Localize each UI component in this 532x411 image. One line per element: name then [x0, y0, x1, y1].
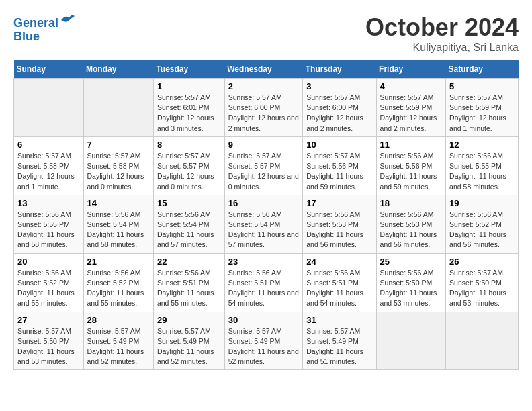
day-info: Sunrise: 5:56 AMSunset: 5:51 PMDaylight:…: [157, 268, 221, 309]
day-info: Sunrise: 5:56 AMSunset: 5:55 PMDaylight:…: [17, 210, 80, 250]
calendar-cell: 10Sunrise: 5:57 AMSunset: 5:56 PMDayligh…: [303, 136, 376, 195]
day-info: Sunrise: 5:57 AMSunset: 5:49 PMDaylight:…: [157, 326, 221, 367]
day-info: Sunrise: 5:56 AMSunset: 5:51 PMDaylight:…: [228, 268, 300, 309]
day-number: 8: [157, 140, 221, 150]
calendar-cell: 29Sunrise: 5:57 AMSunset: 5:49 PMDayligh…: [153, 312, 224, 370]
calendar-body: 1Sunrise: 5:57 AMSunset: 6:01 PMDaylight…: [14, 79, 519, 370]
day-info: Sunrise: 5:57 AMSunset: 5:56 PMDaylight:…: [306, 151, 372, 192]
logo-text: General Blue: [13, 13, 76, 44]
logo: General Blue: [13, 13, 76, 44]
calendar-cell: 20Sunrise: 5:56 AMSunset: 5:52 PMDayligh…: [14, 253, 84, 312]
day-info: Sunrise: 5:56 AMSunset: 5:54 PMDaylight:…: [87, 210, 150, 250]
day-number: 6: [17, 140, 80, 150]
day-number: 18: [380, 198, 443, 208]
day-number: 24: [306, 257, 372, 267]
calendar-cell: 24Sunrise: 5:56 AMSunset: 5:51 PMDayligh…: [303, 253, 376, 312]
day-info: Sunrise: 5:57 AMSunset: 5:50 PMDaylight:…: [17, 326, 80, 367]
day-info: Sunrise: 5:56 AMSunset: 5:52 PMDaylight:…: [87, 268, 150, 309]
day-number: 28: [87, 315, 150, 325]
day-number: 27: [17, 315, 80, 325]
day-number: 13: [17, 198, 80, 208]
weekday-header-wednesday: Wednesday: [224, 60, 303, 79]
day-info: Sunrise: 5:57 AMSunset: 5:59 PMDaylight:…: [449, 93, 515, 134]
day-info: Sunrise: 5:56 AMSunset: 5:53 PMDaylight:…: [380, 210, 443, 250]
day-number: 3: [306, 81, 372, 91]
day-info: Sunrise: 5:56 AMSunset: 5:55 PMDaylight:…: [449, 151, 515, 192]
day-info: Sunrise: 5:57 AMSunset: 5:59 PMDaylight:…: [380, 93, 443, 134]
calendar-cell: 23Sunrise: 5:56 AMSunset: 5:51 PMDayligh…: [224, 253, 303, 312]
calendar-cell: 19Sunrise: 5:56 AMSunset: 5:52 PMDayligh…: [446, 195, 519, 253]
day-number: 22: [157, 257, 221, 267]
day-number: 20: [17, 257, 80, 267]
weekday-header-saturday: Saturday: [446, 60, 519, 79]
calendar-cell: 13Sunrise: 5:56 AMSunset: 5:55 PMDayligh…: [14, 195, 84, 253]
calendar-cell: 14Sunrise: 5:56 AMSunset: 5:54 PMDayligh…: [83, 195, 153, 253]
day-info: Sunrise: 5:57 AMSunset: 6:00 PMDaylight:…: [228, 93, 300, 134]
calendar-cell: 3Sunrise: 5:57 AMSunset: 6:00 PMDaylight…: [303, 79, 376, 137]
day-number: 15: [157, 198, 221, 208]
day-number: 17: [306, 198, 372, 208]
weekday-header-thursday: Thursday: [303, 60, 376, 79]
day-info: Sunrise: 5:56 AMSunset: 5:51 PMDaylight:…: [306, 268, 372, 309]
page-header: General Blue October 2024 Kuliyapitiya, …: [13, 13, 519, 54]
calendar-cell: [376, 312, 446, 370]
day-info: Sunrise: 5:56 AMSunset: 5:54 PMDaylight:…: [228, 210, 300, 250]
day-number: 5: [449, 81, 515, 91]
calendar-cell: [14, 79, 84, 137]
calendar-cell: 17Sunrise: 5:56 AMSunset: 5:53 PMDayligh…: [303, 195, 376, 253]
day-number: 21: [87, 257, 150, 267]
day-number: 9: [228, 140, 300, 150]
day-number: 11: [380, 140, 443, 150]
calendar-cell: 7Sunrise: 5:57 AMSunset: 5:58 PMDaylight…: [83, 136, 153, 195]
day-number: 26: [449, 257, 515, 267]
calendar-cell: 26Sunrise: 5:57 AMSunset: 5:50 PMDayligh…: [446, 253, 519, 312]
logo-blue: Blue: [13, 30, 40, 43]
calendar-cell: 12Sunrise: 5:56 AMSunset: 5:55 PMDayligh…: [446, 136, 519, 195]
calendar-week-2: 6Sunrise: 5:57 AMSunset: 5:58 PMDaylight…: [14, 136, 519, 195]
day-info: Sunrise: 5:57 AMSunset: 6:00 PMDaylight:…: [306, 93, 372, 134]
calendar-cell: 31Sunrise: 5:57 AMSunset: 5:49 PMDayligh…: [303, 312, 376, 370]
calendar-cell: 28Sunrise: 5:57 AMSunset: 5:49 PMDayligh…: [83, 312, 153, 370]
day-number: 16: [228, 198, 300, 208]
day-info: Sunrise: 5:57 AMSunset: 5:49 PMDaylight:…: [306, 326, 372, 367]
calendar-cell: 21Sunrise: 5:56 AMSunset: 5:52 PMDayligh…: [83, 253, 153, 312]
weekday-header-tuesday: Tuesday: [153, 60, 224, 79]
calendar-cell: [83, 79, 153, 137]
day-number: 10: [306, 140, 372, 150]
weekday-header-sunday: Sunday: [14, 60, 84, 79]
day-info: Sunrise: 5:57 AMSunset: 5:49 PMDaylight:…: [228, 326, 300, 367]
day-info: Sunrise: 5:56 AMSunset: 5:52 PMDaylight:…: [17, 268, 80, 309]
calendar-cell: 27Sunrise: 5:57 AMSunset: 5:50 PMDayligh…: [14, 312, 84, 370]
calendar-cell: 30Sunrise: 5:57 AMSunset: 5:49 PMDayligh…: [224, 312, 303, 370]
day-number: 2: [228, 81, 300, 91]
day-info: Sunrise: 5:57 AMSunset: 5:58 PMDaylight:…: [87, 151, 150, 192]
calendar-week-1: 1Sunrise: 5:57 AMSunset: 6:01 PMDaylight…: [14, 79, 519, 137]
calendar-table: SundayMondayTuesdayWednesdayThursdayFrid…: [13, 60, 519, 370]
day-info: Sunrise: 5:56 AMSunset: 5:50 PMDaylight:…: [380, 268, 443, 309]
day-number: 23: [228, 257, 300, 267]
calendar-cell: 9Sunrise: 5:57 AMSunset: 5:57 PMDaylight…: [224, 136, 303, 195]
calendar-week-5: 27Sunrise: 5:57 AMSunset: 5:50 PMDayligh…: [14, 312, 519, 370]
calendar-cell: 8Sunrise: 5:57 AMSunset: 5:57 PMDaylight…: [153, 136, 224, 195]
calendar-cell: 25Sunrise: 5:56 AMSunset: 5:50 PMDayligh…: [376, 253, 446, 312]
main-title: October 2024: [365, 13, 519, 42]
day-number: 25: [380, 257, 443, 267]
calendar-cell: 22Sunrise: 5:56 AMSunset: 5:51 PMDayligh…: [153, 253, 224, 312]
calendar-cell: 11Sunrise: 5:56 AMSunset: 5:56 PMDayligh…: [376, 136, 446, 195]
calendar-cell: 15Sunrise: 5:56 AMSunset: 5:54 PMDayligh…: [153, 195, 224, 253]
logo-bird-icon: [60, 13, 76, 27]
calendar-week-4: 20Sunrise: 5:56 AMSunset: 5:52 PMDayligh…: [14, 253, 519, 312]
calendar-cell: 4Sunrise: 5:57 AMSunset: 5:59 PMDaylight…: [376, 79, 446, 137]
day-info: Sunrise: 5:57 AMSunset: 5:58 PMDaylight:…: [17, 151, 80, 192]
calendar-cell: 2Sunrise: 5:57 AMSunset: 6:00 PMDaylight…: [224, 79, 303, 137]
weekday-header-monday: Monday: [83, 60, 153, 79]
calendar-cell: 16Sunrise: 5:56 AMSunset: 5:54 PMDayligh…: [224, 195, 303, 253]
calendar-week-3: 13Sunrise: 5:56 AMSunset: 5:55 PMDayligh…: [14, 195, 519, 253]
day-info: Sunrise: 5:56 AMSunset: 5:52 PMDaylight:…: [449, 210, 515, 250]
weekday-header-row: SundayMondayTuesdayWednesdayThursdayFrid…: [14, 60, 519, 79]
calendar-cell: [446, 312, 519, 370]
day-number: 29: [157, 315, 221, 325]
day-info: Sunrise: 5:57 AMSunset: 6:01 PMDaylight:…: [157, 93, 221, 134]
day-info: Sunrise: 5:56 AMSunset: 5:56 PMDaylight:…: [380, 151, 443, 192]
day-info: Sunrise: 5:57 AMSunset: 5:57 PMDaylight:…: [228, 151, 300, 192]
